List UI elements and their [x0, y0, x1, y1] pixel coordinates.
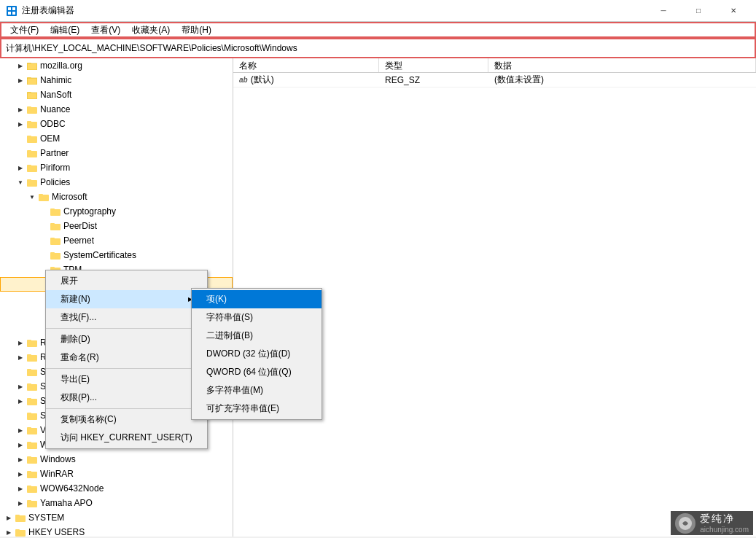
menu-file[interactable]: 文件(F)	[4, 23, 44, 38]
tree-arrow-policies: ▼	[15, 179, 26, 186]
context-menu: 展开 新建(N) ▶ 查找(F)... 删除(D) 重命名(R) 导出(E) 权…	[45, 270, 208, 449]
submenu-new: 项(K) 字符串值(S) 二进制值(B) DWORD (32 位)值(D) QW…	[191, 288, 322, 420]
ctx-find[interactable]: 查找(F)...	[46, 308, 207, 327]
svg-rect-70	[27, 500, 31, 502]
tree-item-system[interactable]: ▶ SYSTEM	[0, 510, 233, 525]
submenu-item-expandstring[interactable]: 可扩充字符串值(E)	[192, 399, 322, 418]
tree-item-mozilla[interactable]: ▶ mozilla.org	[0, 58, 233, 73]
title-bar-left: 注册表编辑器	[6, 4, 74, 17]
submenu-item-key[interactable]: 项(K)	[192, 290, 322, 308]
submenu-item-multistring[interactable]: 多字符串值(M)	[192, 381, 322, 399]
svg-rect-4	[12, 12, 15, 15]
tree-item-nahimic[interactable]: ▶ Nahimic	[0, 73, 233, 87]
folder-icon-policies	[26, 176, 38, 188]
restore-button[interactable]: □	[682, 0, 715, 22]
tree-arrow-piriform: ▶	[15, 165, 26, 171]
tree-item-microsoft[interactable]: ▼ Microsoft	[0, 190, 233, 204]
tree-item-odbc[interactable]: ▶ ODBC	[0, 117, 233, 131]
folder-icon-windows-root	[26, 453, 38, 465]
folder-icon-wow6432	[26, 483, 38, 494]
watermark: 爱纯净 aichunjing.com	[671, 511, 753, 535]
tree-label-nansoft: NanSoft	[40, 90, 71, 100]
col-type: 类型	[379, 58, 488, 72]
tree-label-nahimic: Nahimic	[40, 75, 71, 85]
tree-item-windows-root[interactable]: ▶ Windows	[0, 452, 233, 467]
ctx-delete[interactable]: 删除(D)	[46, 330, 207, 348]
svg-rect-64	[27, 456, 31, 459]
tree-item-hkeyusers[interactable]: ▶ HKEY USERS	[0, 525, 233, 537]
menu-view[interactable]: 查看(V)	[85, 23, 126, 38]
ctx-permissions[interactable]: 权限(P)...	[46, 389, 207, 407]
tree-arrow-nuance: ▶	[15, 106, 26, 113]
folder-icon-peerdist	[50, 220, 61, 232]
menu-edit[interactable]: 编辑(E)	[44, 23, 85, 38]
folder-icon-peernet	[50, 235, 61, 246]
tree-arrow-realtek: ▶	[15, 340, 26, 346]
menu-help[interactable]: 帮助(H)	[176, 23, 217, 38]
svg-rect-62	[27, 442, 31, 444]
tree-arrow-yamaha: ▶	[15, 500, 26, 507]
ctx-expand[interactable]: 展开	[46, 272, 207, 290]
value-type-default: REG_SZ	[379, 75, 488, 85]
tree-item-policies[interactable]: ▼ Policies	[0, 175, 233, 190]
svg-rect-60	[27, 427, 31, 429]
ctx-new[interactable]: 新建(N) ▶	[46, 290, 207, 308]
ctx-access-hkcu[interactable]: 访问 HKEY_CURRENT_USER(T)	[46, 429, 207, 447]
tree-arrow-vmware: ▶	[15, 427, 26, 434]
tree-arrow-soundresearch: ▶	[15, 383, 26, 390]
folder-icon-piriform	[26, 162, 38, 174]
tree-item-peernet[interactable]: Peernet	[0, 233, 233, 248]
value-icon-ab: ab	[239, 76, 248, 84]
tree-label-winrar: WinRAR	[40, 469, 74, 479]
ctx-rename[interactable]: 重命名(R)	[46, 348, 207, 367]
folder-icon-sonicfocus	[26, 366, 38, 378]
submenu-item-dword[interactable]: DWORD (32 位)值(D)	[192, 345, 322, 363]
tree-item-winrar[interactable]: ▶ WinRAR	[0, 467, 233, 481]
svg-rect-56	[27, 398, 31, 400]
tree-label-odbc: ODBC	[40, 119, 66, 129]
right-panel-header: 名称 类型 数据	[233, 58, 756, 73]
tree-label-system: SYSTEM	[28, 512, 64, 523]
close-button[interactable]: ✕	[717, 0, 750, 22]
svg-rect-35	[50, 252, 55, 254]
minimize-button[interactable]: ─	[647, 0, 680, 22]
tree-item-piriform[interactable]: ▶ Piriform	[0, 160, 233, 175]
tree-item-yamaha[interactable]: ▶ Yamaha APO	[0, 496, 233, 510]
svg-rect-3	[8, 12, 11, 15]
tree-label-peernet: Peernet	[63, 235, 94, 246]
submenu-item-binary[interactable]: 二进制值(B)	[192, 327, 322, 345]
svg-rect-6	[27, 63, 31, 65]
window-title: 注册表编辑器	[22, 4, 74, 17]
svg-rect-52	[27, 369, 31, 371]
tree-item-wow6432[interactable]: ▶ WOW6432Node	[0, 481, 233, 496]
tree-item-systemcerts[interactable]: SystemCertificates	[0, 248, 233, 262]
tree-arrow-hkeyusers: ▶	[3, 529, 15, 536]
folder-icon-registeredapp	[26, 351, 38, 363]
watermark-box: 爱纯净 aichunjing.com	[671, 511, 753, 535]
tree-arrow-microsoft: ▼	[26, 194, 38, 200]
folder-icon-yamaha	[26, 497, 38, 509]
address-path: 计算机\HKEY_LOCAL_MACHINE\SOFTWARE\Policies…	[6, 42, 297, 55]
tree-item-oem[interactable]: OEM	[0, 131, 233, 146]
tree-item-partner[interactable]: Partner	[0, 146, 233, 160]
folder-icon-nuance	[26, 104, 38, 115]
watermark-text-block: 爱纯净 aichunjing.com	[700, 512, 749, 534]
submenu-item-string[interactable]: 字符串值(S)	[192, 308, 322, 327]
tree-label-wow6432: WOW6432Node	[40, 483, 104, 494]
tree-item-peerdist[interactable]: PeerDist	[0, 219, 233, 233]
value-data-default: (数值未设置)	[488, 74, 756, 86]
svg-rect-21	[27, 150, 31, 152]
folder-icon-wavesaudio	[26, 439, 38, 451]
tree-item-nuance[interactable]: ▶ Nuance	[0, 102, 233, 117]
tree-item-cryptography[interactable]: Cryptography	[0, 204, 233, 219]
ctx-export[interactable]: 导出(E)	[46, 370, 207, 389]
menu-favorites[interactable]: 收藏夹(A)	[126, 23, 176, 38]
tree-arrow-winrar: ▶	[15, 471, 26, 477]
folder-icon-odbc	[26, 118, 38, 130]
submenu-item-qword[interactable]: QWORD (64 位)值(Q)	[192, 363, 322, 381]
ctx-copyname[interactable]: 复制项名称(C)	[46, 410, 207, 429]
svg-rect-33	[50, 238, 55, 240]
col-name: 名称	[233, 58, 379, 72]
tree-item-nansoft[interactable]: NanSoft	[0, 87, 233, 102]
table-row-default: ab (默认) REG_SZ (数值未设置)	[233, 73, 756, 87]
